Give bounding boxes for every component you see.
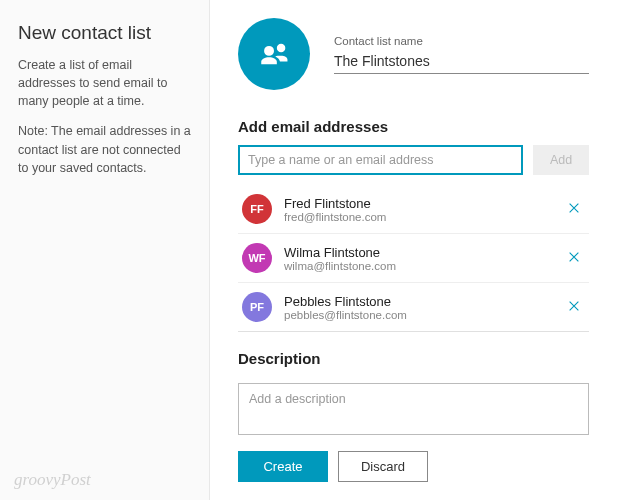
contact-email: fred@flintstone.com: [284, 211, 563, 223]
help-text-2: Note: The email addresses in a contact l…: [18, 122, 191, 176]
contact-name: Wilma Flintstone: [284, 245, 563, 260]
contact-list-name-input[interactable]: [334, 49, 589, 74]
contact-name: Fred Flintstone: [284, 196, 563, 211]
info-panel: New contact list Create a list of email …: [0, 0, 210, 500]
remove-contact-button[interactable]: [563, 246, 585, 271]
contact-row: PFPebbles Flintstonepebbles@flintstone.c…: [238, 283, 589, 332]
contact-row: FFFred Flintstonefred@flintstone.com: [238, 185, 589, 234]
form-panel: Contact list name Add email addresses Ad…: [210, 0, 617, 500]
name-field-label: Contact list name: [334, 35, 589, 47]
help-text-1: Create a list of email addresses to send…: [18, 56, 191, 110]
close-icon: [567, 201, 581, 218]
contact-initials: FF: [242, 194, 272, 224]
contact-info: Wilma Flintstonewilma@flintstone.com: [284, 245, 563, 272]
contact-email: wilma@flintstone.com: [284, 260, 563, 272]
contact-row: WFWilma Flintstonewilma@flintstone.com: [238, 234, 589, 283]
remove-contact-button[interactable]: [563, 295, 585, 320]
contact-info: Pebbles Flintstonepebbles@flintstone.com: [284, 294, 563, 321]
contact-list: FFFred Flintstonefred@flintstone.comWFWi…: [238, 185, 589, 332]
contact-info: Fred Flintstonefred@flintstone.com: [284, 196, 563, 223]
description-heading: Description: [238, 350, 589, 367]
close-icon: [567, 299, 581, 316]
email-address-input[interactable]: [238, 145, 523, 175]
add-email-heading: Add email addresses: [238, 118, 589, 135]
discard-button[interactable]: Discard: [338, 451, 428, 482]
remove-contact-button[interactable]: [563, 197, 585, 222]
page-title: New contact list: [18, 22, 191, 44]
contact-list-avatar: [238, 18, 310, 90]
people-icon: [257, 36, 291, 73]
add-button[interactable]: Add: [533, 145, 589, 175]
contact-email: pebbles@flintstone.com: [284, 309, 563, 321]
contact-name: Pebbles Flintstone: [284, 294, 563, 309]
close-icon: [567, 250, 581, 267]
create-button[interactable]: Create: [238, 451, 328, 482]
contact-initials: WF: [242, 243, 272, 273]
contact-initials: PF: [242, 292, 272, 322]
description-input[interactable]: [238, 383, 589, 435]
